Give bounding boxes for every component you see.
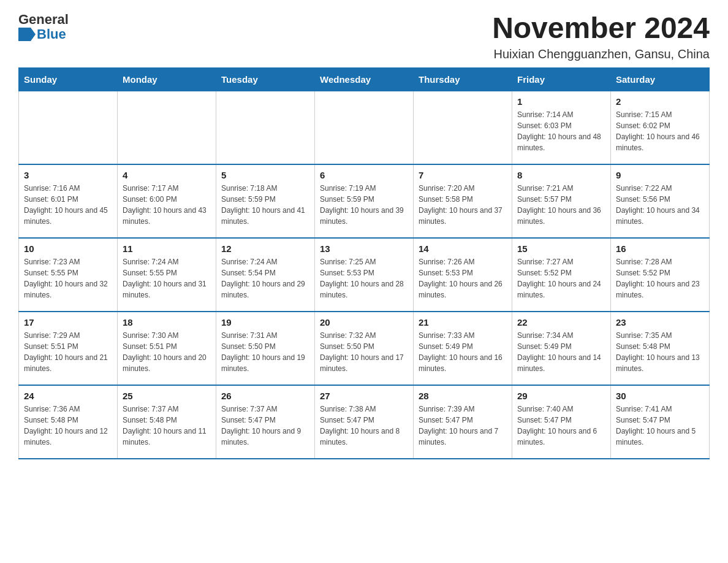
calendar-cell: 15Sunrise: 7:27 AMSunset: 5:52 PMDayligh… bbox=[512, 238, 611, 312]
calendar-cell bbox=[118, 91, 216, 164]
day-number: 28 bbox=[419, 391, 507, 401]
col-header-thursday: Thursday bbox=[414, 67, 512, 91]
day-number: 20 bbox=[320, 317, 408, 327]
calendar-cell: 16Sunrise: 7:28 AMSunset: 5:52 PMDayligh… bbox=[611, 238, 710, 312]
day-number: 29 bbox=[517, 391, 605, 401]
day-number: 16 bbox=[616, 243, 704, 254]
day-number: 8 bbox=[517, 170, 605, 180]
calendar-cell bbox=[315, 91, 414, 164]
day-info: Sunrise: 7:24 AMSunset: 5:54 PMDaylight:… bbox=[221, 256, 309, 301]
day-number: 27 bbox=[320, 391, 408, 401]
day-info: Sunrise: 7:20 AMSunset: 5:58 PMDaylight:… bbox=[419, 183, 507, 227]
col-header-monday: Monday bbox=[118, 67, 216, 91]
col-header-sunday: Sunday bbox=[19, 67, 118, 91]
calendar-week-2: 3Sunrise: 7:16 AMSunset: 6:01 PMDaylight… bbox=[19, 164, 710, 238]
day-number: 24 bbox=[24, 391, 112, 401]
col-header-tuesday: Tuesday bbox=[216, 67, 315, 91]
day-info: Sunrise: 7:37 AMSunset: 5:48 PMDaylight:… bbox=[123, 404, 211, 448]
day-number: 19 bbox=[221, 317, 309, 327]
day-number: 2 bbox=[616, 96, 704, 107]
day-info: Sunrise: 7:16 AMSunset: 6:01 PMDaylight:… bbox=[24, 183, 112, 227]
calendar-cell: 18Sunrise: 7:30 AMSunset: 5:51 PMDayligh… bbox=[118, 312, 216, 385]
day-number: 6 bbox=[320, 170, 408, 180]
calendar-cell: 25Sunrise: 7:37 AMSunset: 5:48 PMDayligh… bbox=[118, 385, 216, 459]
calendar-week-3: 10Sunrise: 7:23 AMSunset: 5:55 PMDayligh… bbox=[19, 238, 710, 312]
day-info: Sunrise: 7:18 AMSunset: 5:59 PMDaylight:… bbox=[221, 183, 309, 227]
logo-blue: Blue bbox=[37, 27, 66, 42]
calendar-week-5: 24Sunrise: 7:36 AMSunset: 5:48 PMDayligh… bbox=[19, 385, 710, 459]
calendar-cell: 30Sunrise: 7:41 AMSunset: 5:47 PMDayligh… bbox=[611, 385, 710, 459]
day-number: 3 bbox=[24, 170, 112, 180]
day-number: 13 bbox=[320, 243, 408, 254]
day-number: 10 bbox=[24, 243, 112, 254]
calendar-cell: 21Sunrise: 7:33 AMSunset: 5:49 PMDayligh… bbox=[414, 312, 512, 385]
calendar-cell: 29Sunrise: 7:40 AMSunset: 5:47 PMDayligh… bbox=[512, 385, 611, 459]
day-info: Sunrise: 7:23 AMSunset: 5:55 PMDaylight:… bbox=[24, 256, 112, 301]
calendar-week-4: 17Sunrise: 7:29 AMSunset: 5:51 PMDayligh… bbox=[19, 312, 710, 385]
day-info: Sunrise: 7:35 AMSunset: 5:48 PMDaylight:… bbox=[616, 330, 704, 374]
day-info: Sunrise: 7:15 AMSunset: 6:02 PMDaylight:… bbox=[616, 109, 704, 153]
calendar-cell: 4Sunrise: 7:17 AMSunset: 6:00 PMDaylight… bbox=[118, 164, 216, 238]
day-number: 15 bbox=[517, 243, 605, 254]
day-info: Sunrise: 7:34 AMSunset: 5:49 PMDaylight:… bbox=[517, 330, 605, 374]
col-header-friday: Friday bbox=[512, 67, 611, 91]
day-number: 17 bbox=[24, 317, 112, 327]
day-number: 21 bbox=[419, 317, 507, 327]
day-info: Sunrise: 7:30 AMSunset: 5:51 PMDaylight:… bbox=[123, 330, 211, 374]
calendar-cell bbox=[216, 91, 315, 164]
calendar-cell: 3Sunrise: 7:16 AMSunset: 6:01 PMDaylight… bbox=[19, 164, 118, 238]
logo-general: General bbox=[18, 12, 69, 27]
logo: General Blue bbox=[18, 12, 69, 42]
calendar-cell: 27Sunrise: 7:38 AMSunset: 5:47 PMDayligh… bbox=[315, 385, 414, 459]
day-number: 1 bbox=[517, 96, 605, 107]
day-info: Sunrise: 7:39 AMSunset: 5:47 PMDaylight:… bbox=[419, 404, 507, 448]
day-number: 7 bbox=[419, 170, 507, 180]
day-info: Sunrise: 7:25 AMSunset: 5:53 PMDaylight:… bbox=[320, 256, 408, 301]
day-number: 12 bbox=[221, 243, 309, 254]
day-info: Sunrise: 7:40 AMSunset: 5:47 PMDaylight:… bbox=[517, 404, 605, 448]
day-number: 25 bbox=[123, 391, 211, 401]
calendar-cell: 19Sunrise: 7:31 AMSunset: 5:50 PMDayligh… bbox=[216, 312, 315, 385]
day-number: 26 bbox=[221, 391, 309, 401]
day-info: Sunrise: 7:36 AMSunset: 5:48 PMDaylight:… bbox=[24, 404, 112, 448]
day-number: 14 bbox=[419, 243, 507, 254]
day-number: 4 bbox=[123, 170, 211, 180]
logo-arrow-icon bbox=[18, 28, 36, 41]
calendar-cell: 14Sunrise: 7:26 AMSunset: 5:53 PMDayligh… bbox=[414, 238, 512, 312]
calendar-cell: 7Sunrise: 7:20 AMSunset: 5:58 PMDaylight… bbox=[414, 164, 512, 238]
calendar-table: SundayMondayTuesdayWednesdayThursdayFrid… bbox=[18, 67, 710, 460]
day-number: 22 bbox=[517, 317, 605, 327]
day-info: Sunrise: 7:37 AMSunset: 5:47 PMDaylight:… bbox=[221, 404, 309, 448]
day-number: 9 bbox=[616, 170, 704, 180]
day-info: Sunrise: 7:19 AMSunset: 5:59 PMDaylight:… bbox=[320, 183, 408, 227]
col-header-wednesday: Wednesday bbox=[315, 67, 414, 91]
svg-marker-0 bbox=[18, 28, 36, 41]
day-number: 30 bbox=[616, 391, 704, 401]
day-info: Sunrise: 7:24 AMSunset: 5:55 PMDaylight:… bbox=[123, 256, 211, 301]
calendar-cell: 26Sunrise: 7:37 AMSunset: 5:47 PMDayligh… bbox=[216, 385, 315, 459]
calendar-cell bbox=[414, 91, 512, 164]
calendar-cell: 20Sunrise: 7:32 AMSunset: 5:50 PMDayligh… bbox=[315, 312, 414, 385]
page-header: General Blue November 2024 Huixian Cheng… bbox=[18, 12, 710, 61]
day-info: Sunrise: 7:26 AMSunset: 5:53 PMDaylight:… bbox=[419, 256, 507, 301]
location: Huixian Chengguanzhen, Gansu, China bbox=[492, 47, 710, 61]
day-info: Sunrise: 7:28 AMSunset: 5:52 PMDaylight:… bbox=[616, 256, 704, 301]
day-info: Sunrise: 7:41 AMSunset: 5:47 PMDaylight:… bbox=[616, 404, 704, 448]
day-number: 18 bbox=[123, 317, 211, 327]
calendar-cell: 6Sunrise: 7:19 AMSunset: 5:59 PMDaylight… bbox=[315, 164, 414, 238]
day-info: Sunrise: 7:38 AMSunset: 5:47 PMDaylight:… bbox=[320, 404, 408, 448]
calendar-cell: 13Sunrise: 7:25 AMSunset: 5:53 PMDayligh… bbox=[315, 238, 414, 312]
calendar-cell: 28Sunrise: 7:39 AMSunset: 5:47 PMDayligh… bbox=[414, 385, 512, 459]
calendar-cell: 17Sunrise: 7:29 AMSunset: 5:51 PMDayligh… bbox=[19, 312, 118, 385]
calendar-cell: 8Sunrise: 7:21 AMSunset: 5:57 PMDaylight… bbox=[512, 164, 611, 238]
day-info: Sunrise: 7:22 AMSunset: 5:56 PMDaylight:… bbox=[616, 183, 704, 227]
calendar-cell: 9Sunrise: 7:22 AMSunset: 5:56 PMDaylight… bbox=[611, 164, 710, 238]
day-info: Sunrise: 7:29 AMSunset: 5:51 PMDaylight:… bbox=[24, 330, 112, 374]
calendar-cell: 23Sunrise: 7:35 AMSunset: 5:48 PMDayligh… bbox=[611, 312, 710, 385]
day-number: 11 bbox=[123, 243, 211, 254]
day-info: Sunrise: 7:31 AMSunset: 5:50 PMDaylight:… bbox=[221, 330, 309, 374]
calendar-cell: 12Sunrise: 7:24 AMSunset: 5:54 PMDayligh… bbox=[216, 238, 315, 312]
month-title: November 2024 bbox=[492, 12, 710, 45]
day-info: Sunrise: 7:14 AMSunset: 6:03 PMDaylight:… bbox=[517, 109, 605, 153]
col-header-saturday: Saturday bbox=[611, 67, 710, 91]
